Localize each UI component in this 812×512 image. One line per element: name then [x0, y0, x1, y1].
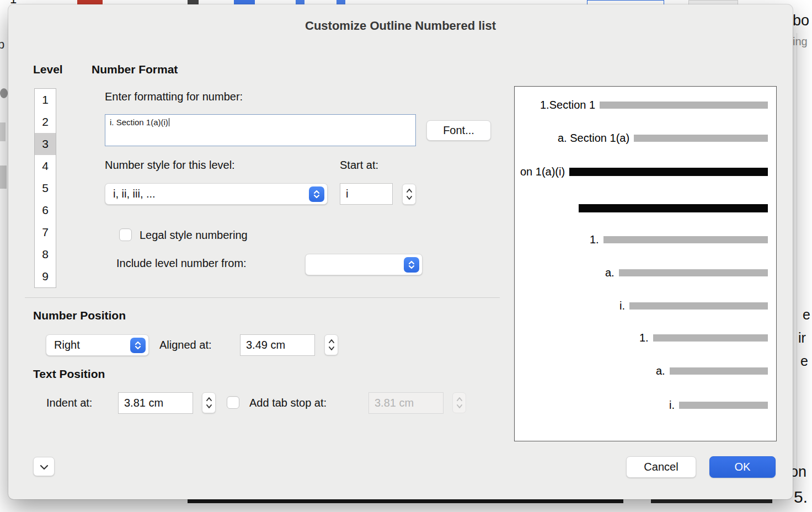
- preview-row: a.: [656, 362, 768, 379]
- indent-at-stepper[interactable]: [202, 392, 216, 413]
- dialog-title: Customize Outline Numbered list: [8, 19, 793, 33]
- bg-sidebar-fragment: [0, 122, 6, 141]
- preview-row: 1.Section 1: [540, 97, 768, 113]
- preview-text-bar: [653, 334, 768, 342]
- preview-text-bar: [679, 402, 768, 409]
- preview-text-bar: [619, 269, 768, 276]
- preview-text-bar: [600, 102, 768, 109]
- bg-toolbar-fragment: [296, 0, 304, 4]
- bg-sidebar-fragment: [0, 166, 7, 189]
- customize-outline-numbered-list-dialog: Customize Outline Numbered list Level Nu…: [8, 4, 793, 499]
- level-item-8[interactable]: 8: [35, 243, 56, 265]
- text-position-heading: Text Position: [33, 367, 105, 381]
- section-divider: [25, 297, 500, 298]
- text-caret: [169, 118, 169, 126]
- aligned-at-label: Aligned at:: [159, 339, 212, 351]
- add-tab-stop-label: Add tab stop at:: [249, 397, 327, 409]
- chevron-down-icon: [40, 460, 49, 473]
- preview-number: a.: [656, 365, 665, 377]
- tab-stop-stepper[interactable]: [452, 392, 466, 413]
- bg-page-edge: [797, 33, 797, 474]
- include-level-select[interactable]: [305, 254, 423, 275]
- bg-fragment-text: ing: [793, 35, 808, 48]
- bg-fragment-text: e: [803, 307, 810, 323]
- level-item-1[interactable]: 1: [35, 89, 56, 111]
- preview-text-bar: [629, 302, 768, 310]
- preview-number: a.: [605, 266, 615, 279]
- preview-number: 1.: [590, 233, 599, 246]
- bg-fragment-text: bo: [793, 12, 809, 29]
- preview-text-bar: [579, 204, 768, 212]
- preview-row: a. Section 1(a): [558, 130, 768, 146]
- start-at-label: Start at:: [340, 159, 378, 172]
- aligned-at-input[interactable]: [240, 334, 315, 356]
- level-item-6[interactable]: 6: [35, 199, 56, 221]
- bg-fragment-text: b: [0, 38, 4, 52]
- cancel-button-label: Cancel: [644, 461, 678, 473]
- bg-toolbar-fragment: [336, 0, 345, 4]
- enter-formatting-label: Enter formatting for number:: [105, 90, 243, 103]
- updown-chevrons-icon: [309, 186, 324, 202]
- preview-text-bar: [569, 168, 768, 176]
- preview-row: i.: [669, 397, 768, 413]
- preview-number: a. Section 1(a): [558, 132, 629, 145]
- preview-text-bar: [634, 135, 768, 142]
- legal-style-label: Legal style numbering: [140, 229, 248, 242]
- preview-text-bar: [603, 236, 768, 243]
- start-at-input[interactable]: [340, 183, 393, 205]
- level-heading: Level: [33, 63, 63, 76]
- preview-number: i.: [619, 300, 625, 312]
- legal-style-checkbox[interactable]: [119, 228, 132, 241]
- number-format-value: i. Section 1(a)(i): [110, 118, 168, 127]
- number-format-input[interactable]: i. Section 1(a)(i): [105, 114, 416, 146]
- preview-row: on 1(a)(i): [520, 163, 768, 180]
- number-style-select[interactable]: i, ii, iii, ...: [105, 183, 328, 205]
- ok-button[interactable]: OK: [709, 456, 776, 478]
- include-level-label: Include level number from:: [116, 257, 247, 270]
- number-position-value: Right: [54, 339, 80, 351]
- preview-row: 1.: [590, 231, 768, 248]
- bg-fragment-text: e: [800, 353, 808, 369]
- preview-number: on 1(a)(i): [520, 166, 565, 178]
- level-item-4[interactable]: 4: [35, 155, 56, 177]
- list-preview-panel: 1.Section 1 a. Section 1(a) on 1(a)(i) 1…: [514, 86, 777, 441]
- updown-chevrons-icon: [404, 257, 419, 273]
- tab-stop-input[interactable]: [368, 392, 444, 414]
- level-item-3-selected[interactable]: 3: [35, 133, 56, 155]
- number-style-label: Number style for this level:: [105, 159, 235, 172]
- level-item-5[interactable]: 5: [35, 177, 56, 199]
- preview-row: 1.: [639, 329, 768, 346]
- preview-number: 1.Section 1: [540, 99, 595, 111]
- bg-fragment-text: ir: [798, 330, 806, 346]
- preview-row: [579, 200, 768, 216]
- aligned-at-stepper[interactable]: [324, 334, 338, 355]
- preview-text-bar: [670, 367, 768, 375]
- number-style-value: i, ii, iii, ...: [113, 188, 156, 200]
- indent-at-label: Indent at:: [46, 397, 92, 409]
- add-tab-stop-checkbox[interactable]: [227, 396, 239, 409]
- font-button-label: Font...: [443, 124, 474, 137]
- bg-toolbar-fragment: [77, 0, 103, 4]
- updown-chevrons-icon: [130, 338, 146, 353]
- indent-at-input[interactable]: [118, 392, 193, 414]
- preview-row: i.: [619, 297, 768, 314]
- preview-number: 1.: [639, 332, 649, 344]
- start-at-stepper[interactable]: [402, 184, 416, 205]
- preview-row: a.: [605, 264, 768, 281]
- preview-number: i.: [669, 399, 675, 412]
- bg-fragment-text: 5.: [794, 488, 808, 506]
- font-button[interactable]: Font...: [426, 120, 491, 141]
- bg-sidebar-fragment: [0, 88, 8, 98]
- level-item-2[interactable]: 2: [35, 111, 56, 133]
- number-position-heading: Number Position: [33, 309, 126, 322]
- cancel-button[interactable]: Cancel: [626, 456, 696, 478]
- bg-toolbar-fragment: [234, 0, 255, 4]
- number-position-select[interactable]: Right: [46, 334, 149, 356]
- number-format-heading: Number Format: [92, 63, 178, 76]
- level-item-7[interactable]: 7: [35, 221, 56, 243]
- bg-toolbar-fragment: [188, 0, 199, 4]
- level-list[interactable]: 1 2 3 4 5 6 7 8 9: [34, 88, 56, 288]
- more-options-disclosure-button[interactable]: [33, 457, 55, 476]
- ok-button-label: OK: [735, 461, 751, 473]
- level-item-9[interactable]: 9: [35, 265, 56, 287]
